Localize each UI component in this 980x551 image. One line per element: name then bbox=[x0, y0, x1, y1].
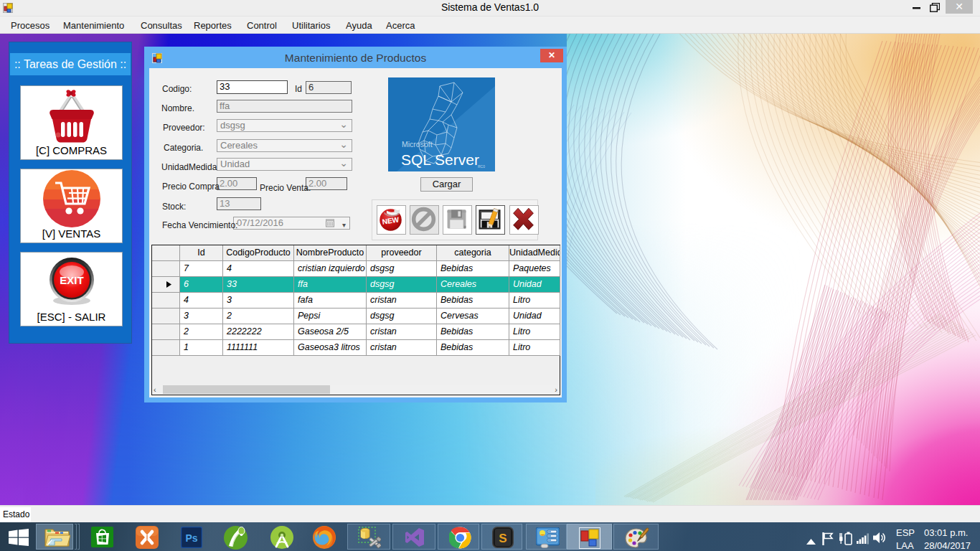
svg-text:RC0: RC0 bbox=[478, 164, 485, 169]
svg-text:S: S bbox=[499, 532, 507, 545]
svg-text:Ps: Ps bbox=[185, 532, 197, 544]
svg-text:SQL Server: SQL Server bbox=[401, 151, 479, 168]
svg-text:Microsoft: Microsoft bbox=[402, 140, 433, 149]
svg-text:EXIT: EXIT bbox=[60, 274, 83, 286]
